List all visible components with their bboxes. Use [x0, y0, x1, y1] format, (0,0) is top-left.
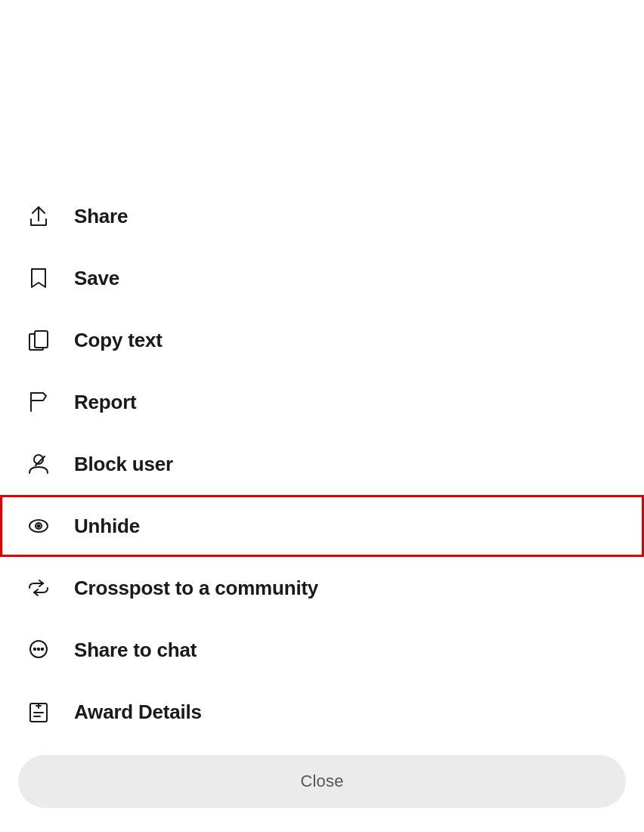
menu-item-copy-text[interactable]: Copy text [0, 309, 644, 371]
copy-text-icon [24, 326, 53, 354]
unhide-label: Unhide [74, 515, 140, 538]
menu-item-crosspost[interactable]: Crosspost to a community [0, 557, 644, 619]
menu-item-report[interactable]: Report [0, 371, 644, 433]
block-user-icon [24, 450, 53, 478]
svg-point-5 [38, 525, 40, 527]
share-icon [24, 202, 53, 230]
share-to-chat-icon [24, 636, 53, 664]
block-user-label: Block user [74, 453, 173, 476]
crosspost-icon [24, 574, 53, 602]
svg-point-7 [34, 648, 36, 650]
menu-item-unhide[interactable]: Unhide [0, 495, 644, 557]
menu-item-share[interactable]: Share [0, 185, 644, 247]
unhide-icon [24, 512, 53, 540]
menu-item-save[interactable]: Save [0, 247, 644, 309]
crosspost-label: Crosspost to a community [74, 577, 318, 600]
svg-point-8 [38, 648, 39, 650]
award-details-icon [24, 697, 53, 726]
svg-point-9 [42, 648, 43, 650]
save-icon [24, 264, 53, 292]
report-label: Report [74, 391, 137, 414]
menu-item-block-user[interactable]: Block user [0, 433, 644, 495]
close-button[interactable]: Close [18, 755, 626, 808]
close-button-area: Close [0, 743, 644, 832]
award-details-label: Award Details [74, 701, 202, 724]
report-icon [24, 388, 53, 416]
menu-item-share-to-chat[interactable]: Share to chat [0, 619, 644, 681]
menu-item-award-details[interactable]: Award Details [0, 681, 644, 743]
svg-rect-0 [35, 331, 48, 348]
share-to-chat-label: Share to chat [74, 639, 197, 662]
action-menu: Share Save Copy text Report [0, 179, 644, 743]
share-label: Share [74, 205, 128, 228]
save-label: Save [74, 267, 119, 290]
copy-text-label: Copy text [74, 329, 163, 352]
